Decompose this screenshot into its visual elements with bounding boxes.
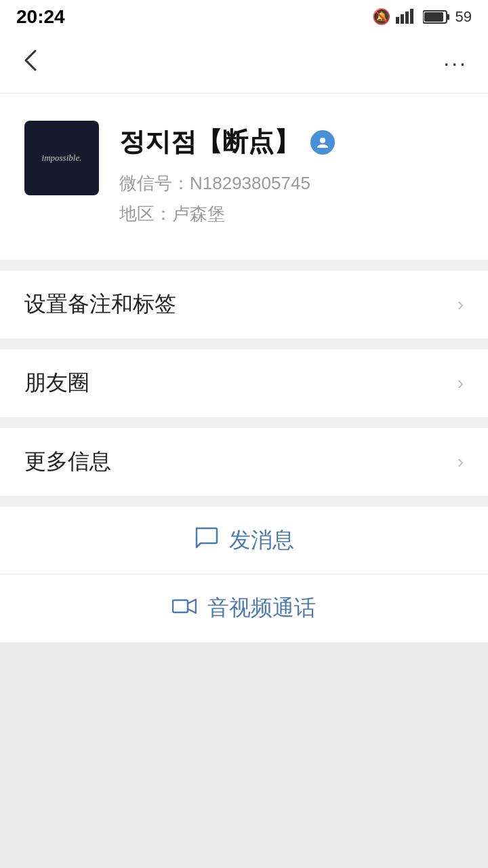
video-call-label: 音视频通话 <box>207 593 316 623</box>
send-message-button[interactable]: 发消息 <box>0 507 488 574</box>
svg-rect-5 <box>447 14 449 20</box>
nav-bar: ··· <box>0 34 488 94</box>
menu-item-moments-label: 朋友圈 <box>24 368 89 398</box>
status-time: 20:24 <box>16 6 65 28</box>
profile-name: 정지점【断点】 <box>119 125 300 159</box>
action-section: 发消息 音视频通话 <box>0 507 488 642</box>
signal-icon <box>396 7 418 27</box>
region: 地区：卢森堡 <box>119 202 464 226</box>
mute-icon: 🔕 <box>372 8 390 26</box>
menu-item-more[interactable]: 更多信息 › <box>0 428 488 496</box>
svg-rect-6 <box>424 12 443 22</box>
svg-rect-1 <box>401 14 404 24</box>
svg-rect-8 <box>173 600 188 612</box>
status-icons: 🔕 59 <box>372 7 472 27</box>
video-icon <box>172 596 197 621</box>
bottom-area <box>0 642 488 868</box>
back-button[interactable] <box>20 45 54 81</box>
menu-section-more: 更多信息 › <box>0 428 488 496</box>
profile-info: 정지점【断点】 微信号：N18293805745 地区：卢森堡 <box>119 121 464 233</box>
more-button[interactable]: ··· <box>443 51 468 76</box>
svg-rect-0 <box>396 17 399 24</box>
send-message-label: 发消息 <box>229 526 294 555</box>
menu-item-remark[interactable]: 设置备注和标签 › <box>0 271 488 338</box>
chevron-right-icon: › <box>458 294 464 315</box>
battery-level: 59 <box>455 8 472 26</box>
chevron-right-icon-more: › <box>458 451 464 473</box>
svg-rect-2 <box>405 12 409 24</box>
profile-section: impossible. 정지점【断点】 微信号：N18293805745 地区：… <box>0 94 488 260</box>
video-call-button[interactable]: 音视频通话 <box>0 574 488 642</box>
profile-name-row: 정지점【断点】 <box>119 125 464 159</box>
menu-section-moments: 朋友圈 › <box>0 349 488 417</box>
menu-item-moments[interactable]: 朋友圈 › <box>0 349 488 417</box>
message-icon <box>194 526 218 555</box>
friend-icon <box>310 130 335 155</box>
menu-section: 设置备注和标签 › <box>0 271 488 338</box>
avatar-text: impossible. <box>39 150 85 167</box>
chevron-right-icon-moments: › <box>458 372 464 394</box>
wechat-id: 微信号：N18293805745 <box>119 172 464 195</box>
menu-item-more-label: 更多信息 <box>24 447 111 477</box>
menu-item-remark-label: 设置备注和标签 <box>24 290 176 319</box>
svg-rect-3 <box>410 9 413 24</box>
avatar-image: impossible. <box>24 121 99 195</box>
svg-point-7 <box>320 138 325 143</box>
battery-icon <box>423 9 450 24</box>
status-bar: 20:24 🔕 59 <box>0 0 488 34</box>
avatar: impossible. <box>24 121 99 195</box>
